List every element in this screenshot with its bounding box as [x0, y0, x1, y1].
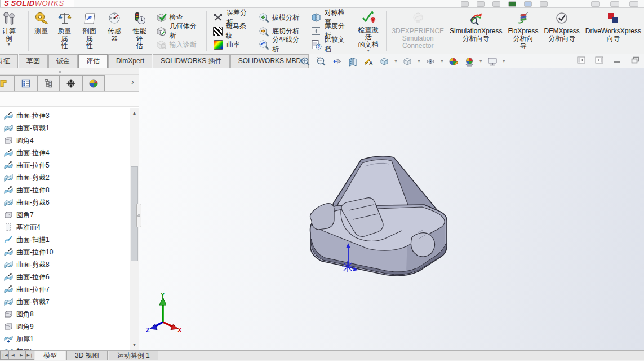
expand-pane-right-button[interactable]: [594, 56, 603, 64]
next-tab-button[interactable]: ▶: [17, 351, 26, 360]
surface-trim-icon: [4, 173, 13, 182]
tree-item[interactable]: 曲面-拉伸7: [0, 283, 130, 296]
tree-item[interactable]: 曲面-拉伸6: [0, 271, 130, 283]
tree-item[interactable]: 基准面4: [0, 221, 130, 234]
geometry-analysis-button[interactable]: 几何体分析: [153, 24, 203, 38]
tab-sheet-metal[interactable]: 钣金: [48, 54, 78, 68]
display-style-button[interactable]: [401, 55, 414, 68]
annotation-visibility-button[interactable]: A: [362, 55, 375, 68]
titlebar-stub-icon[interactable]: [591, 1, 600, 7]
tree-item[interactable]: 曲面-拉伸10: [0, 246, 130, 258]
dropdown-caret-icon[interactable]: ▼: [502, 59, 506, 63]
measure-button[interactable]: 测量: [30, 9, 52, 53]
minimize-window-button[interactable]: [612, 56, 621, 64]
quick-access-toolbar: [461, 1, 548, 7]
configuration-manager-tab[interactable]: [37, 75, 60, 91]
dropdown-caret-icon[interactable]: ▼: [394, 59, 398, 63]
parting-line-analysis-button[interactable]: 分型线分析: [256, 38, 306, 51]
cad-model[interactable]: [307, 154, 449, 281]
apply-scene-button[interactable]: [463, 55, 476, 68]
panel-top-splitter[interactable]: [0, 68, 139, 75]
section-properties-button[interactable]: 剖面属 性: [77, 9, 102, 53]
draft-analysis-button[interactable]: 拔模分析: [256, 11, 306, 24]
tree-item[interactable]: 曲面-剪裁8: [0, 258, 130, 271]
scroll-down-arrow[interactable]: ▼: [130, 341, 139, 349]
previous-view-button[interactable]: [330, 55, 344, 68]
tab-sketch[interactable]: 草图: [19, 54, 48, 68]
display-manager-icon: [88, 78, 99, 89]
toolbar-stub-icon[interactable]: [477, 1, 485, 7]
3d-views-tab[interactable]: 3D 视图: [66, 351, 108, 360]
dropdown-caret-icon[interactable]: ▼: [417, 59, 421, 63]
check-active-document-button[interactable]: 检查激活 的文档 ▼: [353, 9, 384, 53]
tree-item[interactable]: 曲面-拉伸4: [0, 147, 130, 159]
tree-item[interactable]: 曲面-拉伸8: [0, 184, 130, 196]
last-tab-button[interactable]: ▶❘: [25, 351, 34, 360]
collapse-pane-left-button[interactable]: [576, 56, 585, 64]
mass-properties-icon: [57, 10, 73, 27]
view-orientation-button[interactable]: [377, 55, 391, 68]
feature-manager-tab[interactable]: [0, 75, 15, 91]
tab-evaluate[interactable]: 评估: [78, 54, 108, 68]
model-tab[interactable]: 模型: [35, 351, 65, 360]
analysis-column-3: 对称检查 厚度分析 ? 比较文档: [307, 9, 353, 53]
dimxpert-manager-tab[interactable]: [60, 75, 82, 91]
simulationxpress-button[interactable]: SimulationXpress 分析向导: [447, 9, 505, 53]
titlebar-stub-icon[interactable]: [629, 1, 638, 7]
tree-item[interactable]: 加厚1: [0, 333, 130, 345]
tree-item[interactable]: 圆角7: [0, 209, 130, 221]
dropdown-caret-icon[interactable]: ▼: [479, 59, 483, 63]
property-manager-tab[interactable]: [15, 75, 37, 91]
scroll-up-arrow[interactable]: ▲: [130, 109, 139, 117]
tree-item[interactable]: 圆角8: [0, 308, 130, 320]
tab-solidworks-addins[interactable]: SOLIDWORKS 插件: [153, 54, 230, 68]
compare-documents-button[interactable]: ? 比较文档: [308, 38, 352, 51]
section-view-button[interactable]: [346, 55, 359, 68]
display-manager-tab[interactable]: [82, 75, 105, 91]
design-study-button[interactable]: 计算 例 ▼: [0, 9, 26, 53]
tree-item[interactable]: 圆角4: [0, 134, 130, 147]
zebra-stripes-button[interactable]: 斑马条纹: [210, 24, 254, 38]
toolbar-stub-icon[interactable]: [508, 1, 516, 7]
thicken-icon: [4, 334, 13, 344]
tree-item[interactable]: 曲面-拉伸5: [0, 159, 130, 171]
expand-panel-arrow[interactable]: ›: [131, 77, 134, 86]
view-settings-button[interactable]: [486, 55, 499, 68]
first-tab-button[interactable]: ❘◀: [0, 351, 9, 360]
tree-item[interactable]: 曲面-剪裁7: [0, 296, 130, 308]
zoom-to-area-button[interactable]: [314, 55, 328, 68]
zoom-to-fit-button[interactable]: [299, 55, 312, 68]
performance-evaluation-button[interactable]: 性能评 估: [127, 9, 152, 53]
previous-tab-button[interactable]: ◀: [8, 351, 17, 360]
tree-item[interactable]: 加厚5: [0, 345, 130, 350]
tree-item[interactable]: 曲面-剪裁2: [0, 171, 130, 184]
curvature-button[interactable]: 曲率: [210, 38, 254, 51]
toolbar-stub-icon[interactable]: [524, 1, 532, 7]
restore-window-button[interactable]: [630, 56, 639, 64]
floxpress-button[interactable]: FloXpress 分析向 导: [505, 9, 541, 53]
tab-dimxpert[interactable]: DimXpert: [108, 54, 152, 68]
tree-item[interactable]: 曲面-剪裁1: [0, 122, 130, 134]
toolbar-stub-icon[interactable]: [461, 1, 469, 7]
titlebar-stub-icon[interactable]: [610, 1, 619, 7]
toolbar-stub-icon[interactable]: [492, 1, 500, 7]
toolbar-stub-icon[interactable]: [540, 1, 548, 7]
tab-features[interactable]: 特征: [0, 54, 18, 68]
tree-scrollbar[interactable]: ▲ ▼: [130, 108, 139, 350]
hide-show-items-button[interactable]: [424, 55, 437, 68]
tab-solidworks-mbd[interactable]: SOLIDWORKS MBD: [230, 54, 309, 68]
tree-item[interactable]: 圆角9: [0, 320, 130, 333]
panel-splitter-handle[interactable]: [136, 204, 141, 227]
motion-study-tab[interactable]: 运动算例 1: [109, 351, 158, 360]
graphics-viewport[interactable]: Y X Z: [139, 68, 644, 350]
mass-properties-button[interactable]: 质量属 性: [52, 9, 77, 53]
edit-appearance-button[interactable]: [447, 55, 460, 68]
sensor-button[interactable]: 传感器: [102, 9, 127, 53]
dropdown-caret-icon[interactable]: ▼: [440, 59, 444, 63]
tree-item[interactable]: 曲面-拉伸3: [0, 109, 130, 122]
dfmxpress-button[interactable]: DFMXpress 分析向导: [541, 9, 583, 53]
tree-item[interactable]: 曲面-剪裁6: [0, 196, 130, 209]
tree-item[interactable]: 曲面-扫描1: [0, 234, 130, 246]
tree-filter-strip[interactable]: [0, 92, 139, 107]
driveworksxpress-button[interactable]: DriveWorksXpress 向导: [583, 9, 644, 53]
